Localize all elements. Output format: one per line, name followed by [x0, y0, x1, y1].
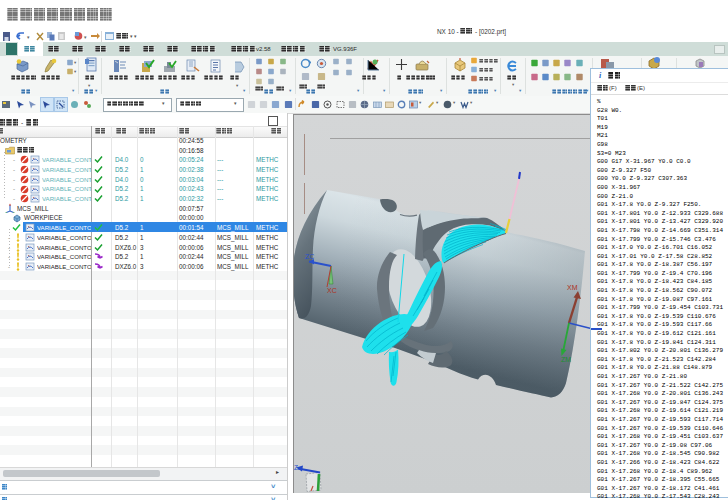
svg-text:ZC: ZC	[305, 253, 314, 260]
svg-text:XM: XM	[567, 284, 578, 291]
svg-text:ZM: ZM	[561, 356, 571, 363]
svg-text:Z: Z	[294, 464, 298, 471]
svg-text:XC: XC	[327, 287, 337, 294]
